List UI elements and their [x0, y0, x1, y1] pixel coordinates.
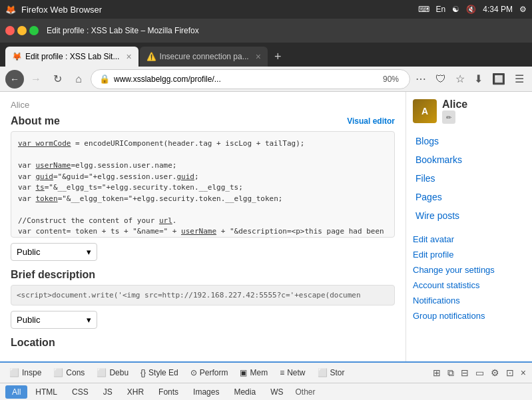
forward-button[interactable]: → — [27, 70, 45, 89]
performance-icon: ⊙ — [190, 368, 197, 377]
inspect-label: Inspe — [22, 368, 41, 377]
more-button[interactable]: ⋯ — [413, 70, 429, 88]
location-section: Location — [11, 337, 395, 349]
filter-tab-html[interactable]: HTML — [29, 385, 64, 399]
devtools-split-icon[interactable]: ⊡ — [504, 365, 516, 380]
bottom-tab-row: All HTML CSS JS XHR Fonts Images Media W… — [0, 383, 532, 400]
minimize-button[interactable] — [17, 26, 27, 35]
edit-icon[interactable]: ✏ — [442, 110, 455, 124]
bookmark-star-icon[interactable]: ☆ — [453, 70, 467, 88]
breadcrumb: Alice — [11, 100, 395, 110]
filter-tab-xhr[interactable]: XHR — [121, 385, 150, 399]
debugger-label: Debu — [109, 368, 129, 377]
brief-desc-title: Brief description — [11, 269, 395, 281]
about-me-section: About me Visual editor var wormCode = en… — [11, 115, 395, 261]
avatar: A — [413, 99, 437, 123]
devtools-debugger[interactable]: ⬜ Debu — [91, 365, 134, 380]
sidebar-item-pages[interactable]: Pages — [413, 188, 525, 206]
lock-icon: 🔒 — [99, 74, 110, 84]
close-button[interactable] — [5, 26, 15, 35]
sidebar-edit-avatar[interactable]: Edit avatar — [413, 232, 525, 247]
brief-desc-visibility[interactable]: Public ▾ — [11, 311, 97, 329]
devtools-settings-icon[interactable]: ⚙ — [489, 365, 501, 380]
style-editor-label: Style Ed — [148, 368, 178, 377]
devtools-network[interactable]: ≡ Netw — [274, 365, 310, 380]
firefox-app-icon: 🦊 — [5, 5, 16, 15]
sidebar-item-wire-posts[interactable]: Wire posts — [413, 206, 525, 225]
browser-title: Edit profile : XSS Lab Site – Mozilla Fi… — [47, 26, 199, 35]
chevron-down-icon: ▾ — [87, 247, 91, 257]
browser-titlebar: Edit profile : XSS Lab Site – Mozilla Fi… — [0, 19, 532, 43]
tab-edit-profile[interactable]: 🦊 Edit profile : XSS Lab Sit... × — [5, 47, 138, 67]
tab2-close[interactable]: × — [256, 51, 261, 62]
sidebar-actions: Edit avatar Edit profile Change your set… — [413, 232, 525, 323]
downloads-icon[interactable]: ⬇ — [471, 70, 485, 88]
memory-icon: ▣ — [240, 368, 247, 377]
brief-desc-value[interactable]: <script>document.write('<img src=http://… — [11, 285, 395, 305]
sync-icon[interactable]: 🔲 — [489, 70, 508, 88]
filter-tab-media[interactable]: Media — [227, 385, 262, 399]
about-me-visibility[interactable]: Public ▾ — [11, 243, 97, 261]
devtools-close-icon[interactable]: × — [519, 365, 528, 380]
tab1-label: Edit profile : XSS Lab Sit... — [25, 52, 119, 61]
sidebar-item-blogs[interactable]: Blogs — [413, 132, 525, 150]
reload-button[interactable]: ↻ — [48, 70, 67, 89]
os-title: Firefox Web Browser — [21, 5, 102, 15]
tab-insecure[interactable]: ⚠️ Insecure connection pa... × — [140, 47, 268, 67]
os-titlebar: 🦊 Firefox Web Browser ⌨ En ☯ 🔇 4:34 PM ⚙ — [0, 0, 532, 19]
sidebar-change-settings[interactable]: Change your settings — [413, 262, 525, 278]
settings-icon: ⚙ — [519, 5, 527, 14]
style-editor-icon: {} — [140, 368, 146, 377]
speaker-icon: 🔇 — [466, 5, 476, 14]
tab1-close[interactable]: × — [126, 51, 131, 62]
url-input[interactable] — [114, 75, 376, 84]
about-me-title: About me Visual editor — [11, 115, 395, 127]
sidebar-account-statistics[interactable]: Account statistics — [413, 278, 525, 293]
devtools-inspect[interactable]: ⬜ Inspe — [4, 365, 47, 380]
shield-icon[interactable]: 🛡 — [433, 71, 449, 88]
home-button[interactable]: ⌂ — [69, 70, 88, 89]
en-badge: En — [436, 5, 446, 14]
devtools-storage[interactable]: ⬜ Stor — [312, 365, 350, 380]
filter-tab-ws[interactable]: WS — [264, 385, 290, 399]
visual-editor-link[interactable]: Visual editor — [347, 116, 395, 126]
about-me-code[interactable]: var wormCode = encodeURIComponent(header… — [11, 131, 395, 238]
storage-icon: ⬜ — [318, 368, 328, 377]
menu-button[interactable]: ☰ — [512, 70, 527, 88]
browser-window: Edit profile : XSS Lab Site – Mozilla Fi… — [0, 19, 532, 400]
sidebar-nav: Blogs Bookmarks Files Pages Wire posts — [413, 132, 525, 225]
devtools-console[interactable]: ⬜ Cons — [48, 365, 90, 380]
maximize-button[interactable] — [29, 26, 39, 35]
devtools-grid-icon[interactable]: ⊞ — [431, 365, 443, 380]
performance-label: Perform — [200, 368, 228, 377]
filter-tab-fonts[interactable]: Fonts — [152, 385, 185, 399]
tab1-favicon: 🦊 — [12, 52, 21, 61]
time-display: 4:34 PM — [483, 5, 513, 14]
new-tab-button[interactable]: + — [269, 50, 287, 64]
devtools-dock-side[interactable]: ▭ — [473, 365, 486, 380]
debugger-icon: ⬜ — [97, 368, 107, 377]
keyboard-icon: ⌨ — [418, 5, 429, 14]
sidebar-item-files[interactable]: Files — [413, 169, 525, 188]
filter-tab-js[interactable]: JS — [97, 385, 119, 399]
filter-tab-images[interactable]: Images — [186, 385, 226, 399]
devtools-dock-bottom[interactable]: ⊟ — [459, 365, 471, 380]
zoom-level[interactable]: 90% — [380, 73, 401, 85]
back-button[interactable]: ← — [5, 70, 24, 89]
toolbar: ← → ↻ ⌂ 🔒 90% ⋯ 🛡 ☆ ⬇ 🔲 ☰ — [0, 67, 532, 92]
filter-tab-all[interactable]: All — [5, 385, 27, 399]
filter-tab-css[interactable]: CSS — [65, 385, 95, 399]
sidebar-notifications[interactable]: Notifications — [413, 293, 525, 308]
devtools-performance[interactable]: ⊙ Perform — [185, 365, 234, 380]
devtools-responsive-icon[interactable]: ⧉ — [445, 365, 456, 381]
sidebar-user: A Alice ✏ — [413, 99, 525, 124]
console-label: Cons — [66, 368, 85, 377]
devtools-style-editor[interactable]: {} Style Ed — [135, 365, 184, 380]
filter-other[interactable]: Other — [291, 385, 319, 399]
sidebar-item-bookmarks[interactable]: Bookmarks — [413, 150, 525, 169]
sidebar-edit-profile[interactable]: Edit profile — [413, 247, 525, 262]
page-content: Alice About me Visual editor var wormCod… — [0, 92, 405, 361]
tab-bar: 🦊 Edit profile : XSS Lab Sit... × ⚠️ Ins… — [0, 43, 532, 67]
sidebar-group-notifications[interactable]: Group notifications — [413, 308, 525, 323]
devtools-memory[interactable]: ▣ Mem — [234, 365, 273, 380]
